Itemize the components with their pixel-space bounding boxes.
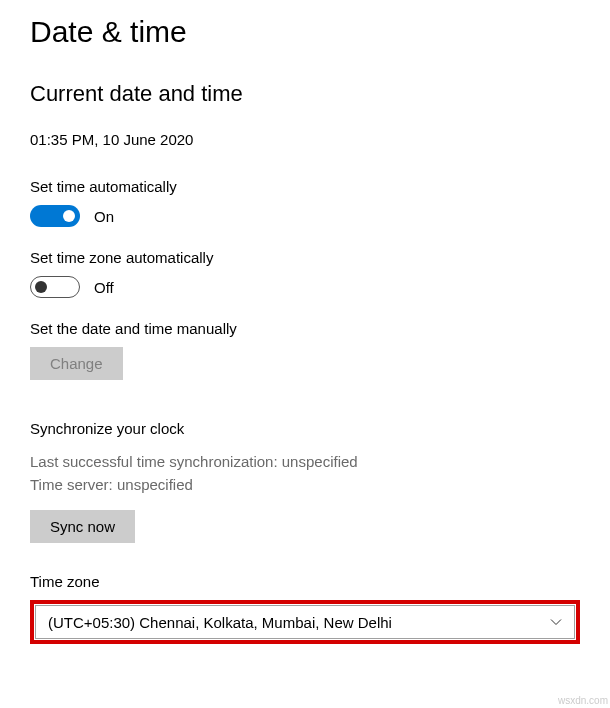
auto-time-state: On <box>94 208 114 225</box>
sync-clock-heading: Synchronize your clock <box>30 420 580 437</box>
sync-now-button[interactable]: Sync now <box>30 510 135 543</box>
timezone-selected-value: (UTC+05:30) Chennai, Kolkata, Mumbai, Ne… <box>48 614 392 631</box>
toggle-thumb-icon <box>63 210 75 222</box>
watermark-text: wsxdn.com <box>558 695 608 706</box>
timezone-label: Time zone <box>30 573 580 590</box>
chevron-down-icon <box>550 618 562 626</box>
current-datetime-heading: Current date and time <box>30 81 580 107</box>
manual-datetime-label: Set the date and time manually <box>30 320 580 337</box>
timezone-dropdown[interactable]: (UTC+05:30) Chennai, Kolkata, Mumbai, Ne… <box>35 605 575 639</box>
change-button: Change <box>30 347 123 380</box>
auto-time-toggle[interactable] <box>30 205 80 227</box>
auto-timezone-state: Off <box>94 279 114 296</box>
current-datetime-value: 01:35 PM, 10 June 2020 <box>30 131 580 148</box>
auto-timezone-label: Set time zone automatically <box>30 249 580 266</box>
auto-time-label: Set time automatically <box>30 178 580 195</box>
timezone-highlight-box: (UTC+05:30) Chennai, Kolkata, Mumbai, Ne… <box>30 600 580 644</box>
time-server-text: Time server: unspecified <box>30 474 580 497</box>
auto-timezone-toggle[interactable] <box>30 276 80 298</box>
toggle-thumb-icon <box>35 281 47 293</box>
last-sync-text: Last successful time synchronization: un… <box>30 451 580 474</box>
page-title: Date & time <box>30 15 580 49</box>
